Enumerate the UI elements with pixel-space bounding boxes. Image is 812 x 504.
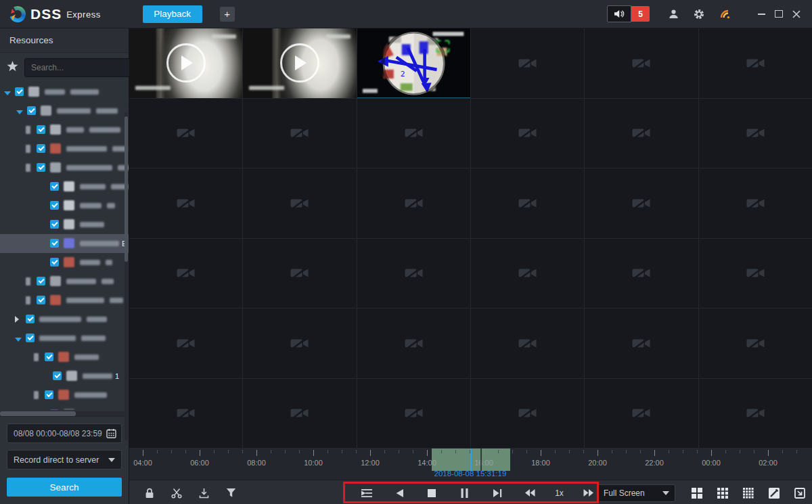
video-tile[interactable] [129,28,242,98]
lock-icon[interactable] [143,486,156,500]
tree-row[interactable]: 1 [0,367,129,386]
tree-checkbox[interactable] [37,163,45,172]
video-tile[interactable] [357,379,470,449]
network-status-icon[interactable] [717,7,732,22]
maximize-button[interactable] [770,5,788,23]
alarm-count-badge[interactable]: 5 [631,6,650,22]
video-tile[interactable] [585,168,698,238]
split-16-grid-icon[interactable] [742,486,755,500]
tree-checkbox[interactable] [26,315,35,323]
speed-up-forward-button[interactable] [581,486,596,501]
video-tile[interactable] [357,168,470,238]
video-tile[interactable] [585,379,698,449]
tree-checkbox[interactable] [27,106,36,115]
tree-row[interactable] [0,272,129,291]
tree-row[interactable] [0,158,129,177]
collapse-arrow-icon[interactable] [16,105,24,117]
playback-timeline[interactable]: 2018-08-08 15:31:19 04:0006:0008:0010:00… [129,449,812,480]
tree-checkbox[interactable] [50,201,59,210]
video-tile[interactable] [585,239,698,308]
tree-checkbox[interactable] [15,87,24,96]
tree-horizontal-scrollbar[interactable] [0,411,126,416]
video-tile[interactable] [699,379,812,449]
video-tile[interactable] [471,239,584,308]
tree-checkbox[interactable] [50,409,59,410]
playhead[interactable] [470,449,472,471]
pause-button[interactable] [457,486,472,501]
tree-checkbox[interactable] [37,277,45,285]
tree-checkbox[interactable] [45,352,53,361]
tree-row[interactable] [0,215,129,234]
minimize-button[interactable] [752,5,770,23]
alarm-sound-control[interactable]: 5 [607,5,650,22]
tree-row[interactable] [0,386,129,405]
video-tile[interactable] [471,168,584,238]
video-tile[interactable] [129,168,242,238]
tree-row[interactable] [0,310,129,329]
video-tile[interactable] [699,99,812,168]
collapse-arrow-icon[interactable] [4,86,12,98]
video-tile[interactable] [699,308,812,378]
reverse-play-button[interactable] [392,486,407,501]
video-tile[interactable] [471,308,584,378]
sync-playback-icon[interactable] [359,486,374,501]
record-type-select[interactable]: Record direct to server [7,450,122,469]
expand-arrow-icon[interactable] [15,313,23,325]
next-frame-button[interactable] [490,486,505,501]
tree-row[interactable] [0,101,129,120]
tree-row[interactable] [0,348,129,367]
tree-checkbox[interactable] [37,125,45,134]
split-4-grid-icon[interactable] [690,486,704,500]
video-tile[interactable] [585,99,698,168]
video-tile[interactable] [471,379,584,449]
tree-vertical-scrollbar[interactable] [125,112,128,440]
tree-row[interactable] [0,177,129,196]
favorites-star-icon[interactable] [7,61,18,74]
screen-mode-select[interactable]: Full Screen [597,484,675,502]
tree-row[interactable] [0,253,129,272]
search-button[interactable]: Search [7,478,122,497]
video-tile[interactable] [129,239,242,308]
video-tile[interactable] [243,239,356,308]
stop-button[interactable] [424,486,439,501]
tree-checkbox[interactable] [50,239,59,248]
video-tile[interactable] [357,99,470,168]
user-icon[interactable] [666,7,681,22]
video-tile[interactable] [471,28,584,98]
tree-row[interactable] [0,83,129,101]
tree-row[interactable] [0,120,129,139]
tab-playback[interactable]: Playback [143,5,202,23]
tree-checkbox[interactable] [53,371,62,380]
video-tile[interactable] [129,379,242,449]
video-tile[interactable] [357,308,470,378]
tree-checkbox[interactable] [50,182,59,191]
settings-gear-icon[interactable] [692,7,706,22]
download-icon[interactable] [197,486,210,500]
video-tile[interactable] [585,28,698,98]
tree-row[interactable]: E [0,234,129,253]
video-tile[interactable] [585,308,698,378]
tree-checkbox[interactable] [37,296,45,304]
video-tile[interactable] [243,28,356,98]
video-tile[interactable] [471,99,584,168]
video-tile[interactable] [243,379,356,449]
search-input[interactable] [30,62,137,73]
speed-down-rewind-button[interactable] [522,486,537,501]
fullscreen-icon[interactable] [793,486,807,500]
close-button[interactable] [788,5,805,23]
video-tile[interactable] [357,239,470,308]
tree-row[interactable] [0,329,129,348]
video-tile[interactable] [699,239,812,308]
tree-checkbox[interactable] [26,334,35,342]
video-tile[interactable] [129,99,242,168]
tree-row[interactable] [0,291,129,310]
play-button[interactable] [280,43,319,83]
collapse-arrow-icon[interactable] [15,332,23,344]
video-tile[interactable] [699,28,812,98]
video-tile[interactable] [243,168,356,238]
tree-checkbox[interactable] [45,390,53,399]
video-tile[interactable] [699,168,812,238]
video-tile[interactable] [243,99,356,168]
date-range-input[interactable] [12,428,106,439]
tree-row[interactable] [0,139,129,158]
